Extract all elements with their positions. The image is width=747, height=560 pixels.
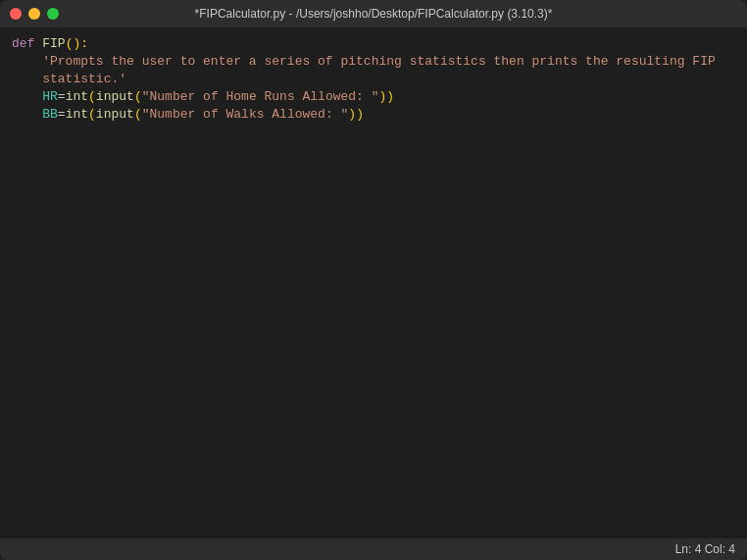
fn-int-4: int xyxy=(66,106,88,124)
op-4: = xyxy=(58,106,66,124)
indent-4 xyxy=(12,106,42,124)
str-hr: "Number of Home Runs Allowed: " xyxy=(142,88,379,106)
paren-3c: )) xyxy=(379,88,395,106)
indent-3 xyxy=(12,88,42,106)
paren-4c: )) xyxy=(348,106,364,124)
str-bb: "Number of Walks Allowed: " xyxy=(142,106,349,124)
var-hr: HR xyxy=(42,88,58,106)
minimize-button[interactable] xyxy=(28,8,40,20)
paren-4b: ( xyxy=(134,106,142,124)
space-1 xyxy=(34,35,42,53)
traffic-lights xyxy=(10,8,59,20)
editor-window: *FIPCalculator.py - /Users/joshho/Deskto… xyxy=(0,0,747,560)
function-name: FIP xyxy=(42,35,65,53)
docstring: 'Prompts the user to enter a series of p… xyxy=(42,53,735,88)
fn-input-4: input xyxy=(96,106,134,124)
code-line-1: def FIP (): xyxy=(0,35,747,53)
fn-input-3: input xyxy=(96,88,134,106)
cursor-position: Ln: 4 Col: 4 xyxy=(675,542,735,556)
paren-4a: ( xyxy=(88,106,96,124)
code-line-2: 'Prompts the user to enter a series of p… xyxy=(0,53,747,88)
maximize-button[interactable] xyxy=(47,8,59,20)
window-title: *FIPCalculator.py - /Users/joshho/Deskto… xyxy=(195,7,553,21)
code-line-3: HR = int ( input ( "Number of Home Runs … xyxy=(0,88,747,106)
close-button[interactable] xyxy=(10,8,22,20)
paren-3b: ( xyxy=(134,88,142,106)
code-line-4: BB = int ( input ( "Number of Walks Allo… xyxy=(0,106,747,124)
fn-int-3: int xyxy=(66,88,88,106)
editor-area[interactable]: def FIP (): 'Prompts the user to enter a… xyxy=(0,27,747,538)
paren-3a: ( xyxy=(88,88,96,106)
op-3: = xyxy=(58,88,66,106)
status-bar: Ln: 4 Col: 4 xyxy=(0,538,747,560)
parens-1: (): xyxy=(66,35,88,53)
var-bb: BB xyxy=(42,106,58,124)
title-bar: *FIPCalculator.py - /Users/joshho/Deskto… xyxy=(0,0,747,27)
indent-2 xyxy=(12,53,42,88)
keyword-def: def xyxy=(12,35,34,53)
